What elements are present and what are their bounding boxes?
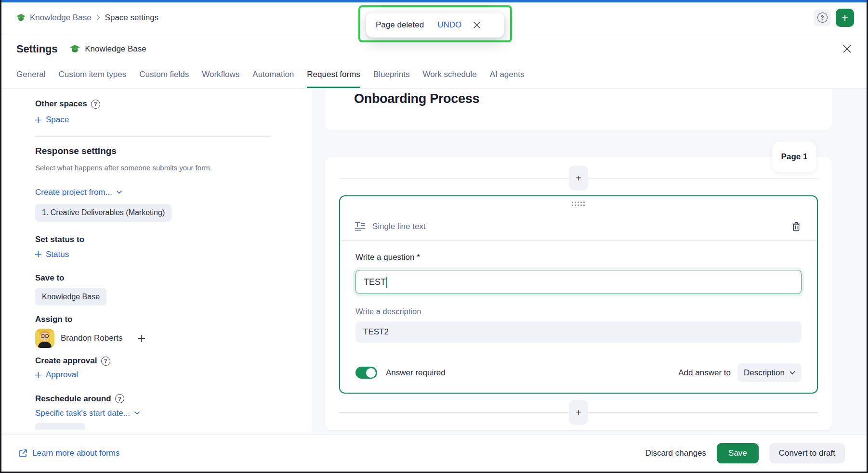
breadcrumb-space-link[interactable]: Knowledge Base <box>16 13 92 23</box>
space-graduation-cap-icon <box>70 45 80 53</box>
assignee-avatar[interactable] <box>35 329 54 348</box>
add-space-button[interactable]: Space <box>35 115 69 125</box>
reschedule-section: Reschedule around ? <box>35 394 312 404</box>
description-input[interactable]: TEST2 <box>355 321 802 343</box>
tab-blueprints[interactable]: Blueprints <box>373 70 410 88</box>
footer-actions: Discard changes Save Convert to draft <box>645 443 845 463</box>
reschedule-label: Reschedule around <box>35 394 111 404</box>
reschedule-value: Specific task's start date... <box>35 409 130 418</box>
add-answer-label: Add answer to <box>678 368 731 378</box>
add-status-label: Status <box>46 250 69 259</box>
create-approval-label: Create approval <box>35 356 97 366</box>
learn-more-link[interactable]: Learn more about forms <box>19 448 119 458</box>
response-settings-subtitle: Select what happens after someone submit… <box>35 164 257 172</box>
toggle-knob <box>366 368 376 378</box>
space-graduation-cap-icon <box>16 14 26 22</box>
description-input-value: TEST2 <box>363 327 389 337</box>
add-answer-group: Add answer to Description <box>678 363 802 382</box>
reschedule-dropdown[interactable]: Specific task's start date... <box>35 409 140 418</box>
plus-icon: + <box>842 12 848 24</box>
tab-workflows[interactable]: Workflows <box>202 70 239 88</box>
close-settings-button[interactable] <box>842 44 852 53</box>
text-cursor <box>386 277 387 288</box>
add-answer-select[interactable]: Description <box>737 363 802 382</box>
learn-more-label: Learn more about forms <box>32 448 119 458</box>
tab-automation[interactable]: Automation <box>252 70 294 88</box>
question-block-selected[interactable]: Single line text Write a question * TEST… <box>339 195 818 394</box>
question-type: Single line text <box>355 222 426 231</box>
question-input-value: TEST <box>364 277 386 287</box>
assignee-name: Brandon Roberts <box>61 333 123 343</box>
tab-request-forms[interactable]: Request forms <box>307 70 360 88</box>
help-circle-icon[interactable]: ? <box>101 357 110 366</box>
form-title[interactable]: Onboarding Process <box>354 91 479 106</box>
other-spaces-label: Other spaces <box>35 99 87 109</box>
toast-undo-button[interactable]: UNDO <box>437 20 461 30</box>
set-status-label: Set status to <box>35 235 312 244</box>
settings-space-name: Knowledge Base <box>85 44 146 54</box>
chevron-down-icon <box>789 371 795 375</box>
page-title: Settings <box>16 43 57 55</box>
single-line-text-icon <box>355 222 366 231</box>
toast-notification: Page deleted UNDO <box>366 13 504 38</box>
form-preview-pane: Onboarding Process Page 1 + <box>312 89 867 434</box>
app-window: Knowledge Base Space settings ? + Page d… <box>0 0 868 473</box>
convert-to-draft-button[interactable]: Convert to draft <box>769 443 845 463</box>
description-label: Write a description <box>355 307 802 316</box>
question-type-label: Single line text <box>372 222 426 231</box>
toast-message: Page deleted <box>376 20 424 30</box>
add-status-button[interactable]: Status <box>35 250 69 259</box>
create-project-from-label: Create project from... <box>35 188 112 197</box>
tab-work-schedule[interactable]: Work schedule <box>422 70 476 88</box>
save-button[interactable]: Save <box>717 443 759 463</box>
page-badge[interactable]: Page 1 <box>772 141 816 172</box>
footer-bar: Learn more about forms Discard changes S… <box>1 434 867 472</box>
add-question-button-bottom[interactable]: + <box>569 400 588 425</box>
response-settings-sidebar: Other spaces ? Space Response settings S… <box>1 89 312 434</box>
help-circle-icon[interactable]: ? <box>91 100 100 109</box>
question-mark-icon: ? <box>817 13 828 23</box>
settings-header-row: Settings Knowledge Base <box>1 33 867 64</box>
question-block-body: Write a question * TEST Write a descript… <box>340 253 817 382</box>
assignee-row: Brandon Roberts <box>35 329 312 348</box>
discard-changes-button[interactable]: Discard changes <box>645 448 706 458</box>
delete-question-button[interactable] <box>792 222 801 231</box>
add-answer-value: Description <box>744 368 785 378</box>
tab-general[interactable]: General <box>16 70 45 88</box>
create-new-button[interactable]: + <box>836 9 854 27</box>
create-approval-section: Create approval ? <box>35 356 312 366</box>
settings-tabs: General Custom item types Custom fields … <box>1 64 867 89</box>
help-circle-icon[interactable]: ? <box>115 394 124 403</box>
question-label: Write a question * <box>355 253 802 262</box>
clipped-chip <box>35 423 85 430</box>
question-block-footer: Answer required Add answer to Descriptio… <box>355 363 802 382</box>
appbar-actions: ? + <box>814 9 854 27</box>
breadcrumb-space-label: Knowledge Base <box>30 13 92 23</box>
add-question-button-top[interactable]: + <box>569 166 588 191</box>
plus-icon: + <box>576 173 581 184</box>
project-chip[interactable]: 1. Creative Deliverables (Marketing) <box>35 204 171 222</box>
settings-space: Knowledge Base <box>70 44 146 54</box>
tab-custom-fields[interactable]: Custom fields <box>139 70 189 88</box>
tab-custom-item-types[interactable]: Custom item types <box>58 70 126 88</box>
add-space-label: Space <box>46 115 69 125</box>
add-assignee-button[interactable] <box>138 335 145 342</box>
answer-required-label: Answer required <box>386 368 446 378</box>
help-button[interactable]: ? <box>814 9 831 26</box>
toast-close-button[interactable] <box>473 21 481 29</box>
window-top-accent <box>1 0 867 2</box>
tab-ai-agents[interactable]: AI agents <box>490 70 525 88</box>
chevron-right-icon <box>96 14 100 21</box>
question-input[interactable]: TEST <box>355 270 802 294</box>
content-area: Other spaces ? Space Response settings S… <box>1 89 867 434</box>
answer-required-toggle[interactable] <box>355 367 377 379</box>
create-project-from-dropdown[interactable]: Create project from... <box>35 188 122 197</box>
breadcrumb: Knowledge Base Space settings <box>16 13 158 23</box>
response-settings-title: Response settings <box>35 146 312 156</box>
save-to-chip[interactable]: Knowledge Base <box>35 288 106 306</box>
sidebar-divider <box>35 136 271 137</box>
add-approval-button[interactable]: Approval <box>35 370 78 380</box>
drag-handle-icon[interactable] <box>572 202 585 206</box>
add-approval-label: Approval <box>46 370 78 380</box>
form-title-card: Onboarding Process <box>325 89 832 130</box>
